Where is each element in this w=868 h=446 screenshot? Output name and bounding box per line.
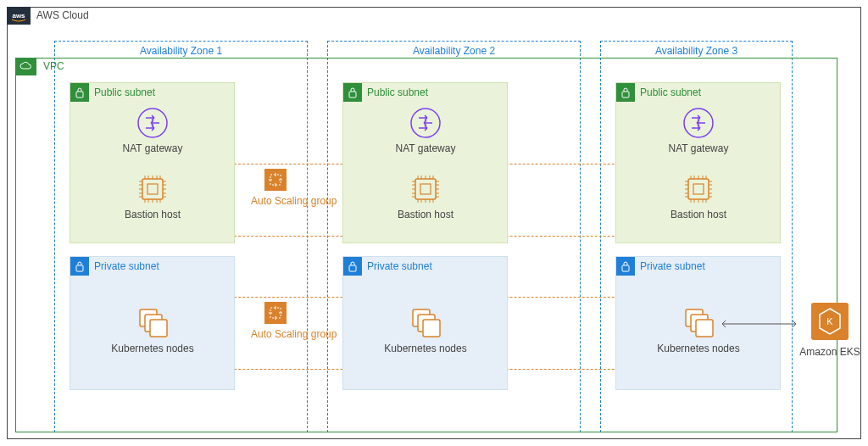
svg-rect-4 — [76, 265, 83, 271]
padlock-icon — [616, 83, 635, 102]
svg-rect-6 — [349, 265, 356, 271]
svg-rect-12 — [142, 179, 163, 199]
nat-gateway-icon — [682, 107, 715, 139]
subnet-title: Private subnet — [94, 260, 159, 272]
svg-rect-13 — [147, 184, 158, 194]
vpc-cloud-icon — [15, 58, 36, 75]
asg-label: Auto Scaling group — [251, 195, 337, 207]
ec2-instance-icon — [136, 173, 169, 205]
subnet-header: Public subnet — [616, 83, 701, 102]
padlock-icon — [70, 257, 89, 276]
containers-icon — [409, 305, 442, 339]
svg-rect-26 — [696, 320, 713, 337]
subnet-header: Private subnet — [343, 257, 432, 276]
vpc-label: VPC — [43, 60, 64, 72]
resource-label: Kubernetes nodes — [375, 343, 476, 354]
svg-rect-20 — [150, 320, 167, 337]
resource-label: Kubernetes nodes — [102, 343, 203, 354]
subnet-title: Private subnet — [640, 260, 705, 272]
subnet-header: Private subnet — [70, 257, 159, 276]
resource-label: NAT gateway — [375, 142, 476, 154]
subnet-header: Public subnet — [343, 83, 428, 102]
diagram-canvas: aws AWS Cloud Availability Zone 1 Availa… — [0, 0, 868, 446]
svg-text:aws: aws — [12, 12, 25, 20]
az-label: Availability Zone 3 — [601, 45, 792, 57]
aws-logo-icon: aws — [7, 7, 31, 25]
ec2-instance-icon — [682, 173, 715, 205]
nat-gateway-az2: NAT gateway — [375, 107, 476, 154]
bastion-host-az1: Bastion host — [102, 173, 203, 220]
resource-label: Bastion host — [102, 209, 203, 220]
asg-label: Auto Scaling group — [251, 328, 337, 340]
containers-icon — [136, 305, 170, 339]
connector-arrow — [719, 319, 799, 329]
svg-rect-5 — [349, 92, 356, 98]
aws-cloud-label: AWS Cloud — [36, 9, 89, 21]
svg-rect-16 — [688, 179, 709, 199]
subnet-title: Public subnet — [94, 86, 155, 98]
ec2-instance-icon — [409, 173, 442, 205]
amazon-eks: K Amazon EKS — [797, 302, 863, 358]
subnet-title: Public subnet — [640, 86, 701, 98]
subnet-header: Private subnet — [616, 257, 705, 276]
resource-label: NAT gateway — [648, 142, 749, 154]
svg-rect-23 — [423, 320, 440, 337]
kubernetes-nodes-az1: Kubernetes nodes — [102, 305, 203, 354]
subnet-title: Public subnet — [367, 86, 428, 98]
nat-gateway-az1: NAT gateway — [102, 107, 203, 154]
eks-service-icon: K — [810, 302, 849, 341]
kubernetes-nodes-az3: Kubernetes nodes — [648, 305, 749, 354]
az-label: Availability Zone 2 — [328, 45, 580, 57]
svg-rect-15 — [420, 184, 431, 194]
padlock-icon — [616, 257, 635, 276]
resource-label: Kubernetes nodes — [648, 343, 749, 354]
padlock-icon — [343, 257, 362, 276]
svg-text:K: K — [826, 316, 833, 326]
auto-scaling-icon — [264, 302, 287, 324]
nat-gateway-icon — [136, 107, 169, 139]
containers-icon — [682, 305, 715, 339]
svg-rect-3 — [76, 92, 83, 98]
padlock-icon — [343, 83, 362, 102]
subnet-header: Public subnet — [70, 83, 155, 102]
svg-rect-8 — [622, 265, 629, 271]
padlock-icon — [70, 83, 89, 102]
svg-rect-17 — [693, 184, 704, 194]
kubernetes-nodes-az2: Kubernetes nodes — [375, 305, 476, 354]
resource-label: Bastion host — [375, 209, 476, 220]
auto-scaling-icon — [264, 169, 287, 191]
svg-rect-14 — [415, 179, 436, 199]
resource-label: NAT gateway — [102, 142, 203, 154]
nat-gateway-icon — [409, 107, 442, 139]
eks-label: Amazon EKS — [797, 346, 863, 358]
svg-rect-7 — [622, 92, 629, 98]
subnet-title: Private subnet — [367, 260, 432, 272]
az-label: Availability Zone 1 — [55, 45, 307, 57]
nat-gateway-az3: NAT gateway — [648, 107, 749, 154]
bastion-host-az2: Bastion host — [375, 173, 476, 220]
resource-label: Bastion host — [648, 209, 749, 220]
bastion-host-az3: Bastion host — [648, 173, 749, 220]
